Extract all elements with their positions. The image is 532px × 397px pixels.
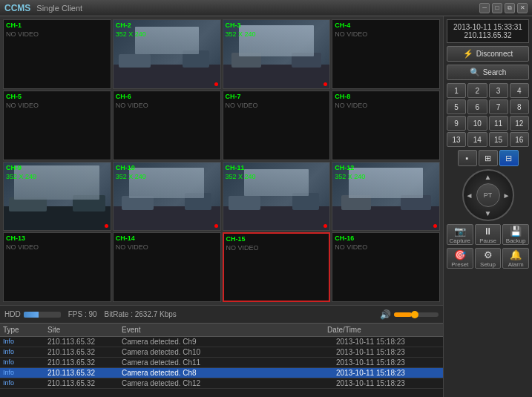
num-btn-13[interactable]: 13 <box>447 132 466 147</box>
layout-sixteen-button[interactable]: ⊟ <box>499 150 519 166</box>
camera-cell-16[interactable]: CH-16 NO VIDEO <box>332 232 440 302</box>
volume-control[interactable]: 🔊 <box>380 309 439 320</box>
recording-dot-2 <box>214 82 218 86</box>
pause-button[interactable]: ⏸ Pause <box>475 224 502 245</box>
num-btn-7[interactable]: 7 <box>489 99 508 114</box>
camera-cell-12[interactable]: CH-12 352 X 240 <box>332 162 440 232</box>
log-event-2: Camera detected. Ch11 <box>122 358 336 367</box>
log-site-4: 210.113.65.32 <box>47 379 122 387</box>
log-site-0: 210.113.65.32 <box>47 338 122 346</box>
search-button[interactable]: 🔍 Search <box>447 65 529 80</box>
num-btn-9[interactable]: 9 <box>447 116 466 131</box>
num-btn-8[interactable]: 8 <box>510 99 529 114</box>
fps-display: FPS : 90 <box>68 310 97 318</box>
num-btn-11[interactable]: 11 <box>489 116 508 131</box>
log-header: Type Site Event Date/Time <box>0 324 443 337</box>
disconnect-button[interactable]: ⚡ Disconnect <box>447 46 529 62</box>
ptz-down-button[interactable]: ▼ <box>485 209 492 217</box>
no-video-6: NO VIDEO <box>116 102 148 109</box>
num-btn-14[interactable]: 14 <box>467 132 487 147</box>
app-title: Single Client <box>36 4 82 13</box>
num-btn-10[interactable]: 10 <box>467 116 487 131</box>
backup-label: Backup <box>506 237 526 244</box>
num-btn-12[interactable]: 12 <box>510 116 529 131</box>
ptz-outer: ▲ ▼ ◄ ► PT <box>462 169 514 221</box>
channel-label-10: CH-10 <box>116 164 135 171</box>
main-layout: CH-1 NO VIDEO CH-2 352 X 240 <box>0 16 532 397</box>
search-label: Search <box>483 68 507 76</box>
num-btn-15[interactable]: 15 <box>489 132 508 147</box>
search-icon: 🔍 <box>470 68 480 77</box>
channel-label-4: CH-4 <box>335 22 350 29</box>
camera-cell-1[interactable]: CH-1 NO VIDEO <box>3 19 111 89</box>
ptz-right-button[interactable]: ► <box>503 191 510 200</box>
camera-cell-15[interactable]: CH-15 NO VIDEO <box>223 232 331 302</box>
ptz-ring: ▲ ▼ ◄ ► PT <box>462 169 514 221</box>
minimize-button[interactable]: ─ <box>479 3 490 13</box>
num-btn-5[interactable]: 5 <box>447 99 466 114</box>
ptz-up-button[interactable]: ▲ <box>485 173 492 181</box>
log-row-3[interactable]: Info210.113.65.32Camera detected. Ch8201… <box>0 368 443 378</box>
channel-label-3: CH-3 <box>226 22 241 29</box>
restore-button[interactable]: ⧉ <box>505 3 515 13</box>
log-datetime-2: 2013-10-11 15:18:23 <box>336 358 440 367</box>
log-type-2: Info <box>3 358 47 367</box>
camera-cell-13[interactable]: CH-13 NO VIDEO <box>3 232 111 302</box>
backup-button[interactable]: 💾 Backup <box>502 224 529 245</box>
log-site-1: 210.113.65.32 <box>47 348 122 356</box>
camera-cell-10[interactable]: CH-10 352 X 240 <box>113 162 221 232</box>
number-grid: 1 2 3 4 5 6 7 8 9 10 11 12 13 14 15 16 <box>447 83 529 147</box>
camera-cell-9[interactable]: CH-9 352 X 240 <box>3 162 111 232</box>
res-label-9: 352 X 240 <box>6 173 36 180</box>
camera-cell-2[interactable]: CH-2 352 X 240 <box>113 19 221 89</box>
num-btn-16[interactable]: 16 <box>510 132 529 147</box>
log-row-1[interactable]: Info210.113.65.32Camera detected. Ch1020… <box>0 347 443 358</box>
volume-thumb[interactable] <box>411 311 418 318</box>
num-btn-4[interactable]: 4 <box>510 83 529 98</box>
layout-quad-button[interactable]: ⊞ <box>479 150 498 166</box>
camera-cell-14[interactable]: CH-14 NO VIDEO <box>113 232 221 302</box>
log-datetime-0: 2013-10-11 15:18:23 <box>336 338 440 346</box>
setup-button[interactable]: ⚙ Setup <box>475 248 502 269</box>
no-video-15: NO VIDEO <box>226 244 259 252</box>
no-video-5: NO VIDEO <box>6 102 39 109</box>
alarm-button[interactable]: 🔔 Alarm <box>502 248 529 269</box>
ptz-left-button[interactable]: ◄ <box>466 191 473 200</box>
channel-label-5: CH-5 <box>6 93 22 100</box>
num-btn-6[interactable]: 6 <box>467 99 487 114</box>
datetime-date: 2013-10-11 15:33:31 <box>452 23 524 31</box>
layout-single-button[interactable]: ▪ <box>458 150 477 166</box>
camera-cell-11[interactable]: CH-11 352 X 240 <box>223 162 331 232</box>
num-btn-3[interactable]: 3 <box>489 83 508 98</box>
camera-cell-5[interactable]: CH-5 NO VIDEO <box>3 91 111 160</box>
num-btn-2[interactable]: 2 <box>467 83 487 98</box>
camera-cell-4[interactable]: CH-4 NO VIDEO <box>332 19 440 89</box>
log-row-0[interactable]: Info210.113.65.32Camera detected. Ch9201… <box>0 337 443 347</box>
no-video-8: NO VIDEO <box>335 102 367 109</box>
log-col-datetime: Date/Time <box>327 326 431 334</box>
close-button[interactable]: ✕ <box>517 3 528 13</box>
maximize-button[interactable]: □ <box>492 3 502 13</box>
volume-slider[interactable] <box>394 312 439 317</box>
log-row-2[interactable]: Info210.113.65.32Camera detected. Ch1120… <box>0 358 443 368</box>
no-video-16: NO VIDEO <box>335 243 367 251</box>
channel-label-9: CH-9 <box>6 164 22 171</box>
camera-cell-7[interactable]: CH-7 NO VIDEO <box>223 91 331 160</box>
log-row-4[interactable]: Info210.113.65.32Camera detected. Ch1220… <box>0 378 443 389</box>
camera-cell-6[interactable]: CH-6 NO VIDEO <box>113 91 221 160</box>
action-row-1: 📷 Capture ⏸ Pause 💾 Backup <box>447 224 529 245</box>
no-video-7: NO VIDEO <box>226 102 258 109</box>
camera-cell-8[interactable]: CH-8 NO VIDEO <box>332 91 440 160</box>
log-col-type: Type <box>3 326 47 334</box>
ptz-center-button[interactable]: PT <box>476 183 500 207</box>
recording-dot-10 <box>214 224 218 228</box>
no-video-4: NO VIDEO <box>335 30 367 38</box>
log-type-0: Info <box>3 338 47 346</box>
channel-label-2: CH-2 <box>116 22 131 29</box>
num-btn-1[interactable]: 1 <box>447 83 466 98</box>
preset-button[interactable]: 🎯 Preset <box>447 248 473 269</box>
hdd-label: HDD <box>4 310 21 318</box>
camera-cell-3[interactable]: CH-3 352 X 240 <box>223 19 331 89</box>
log-rows[interactable]: Info210.113.65.32Camera detected. Ch9201… <box>0 337 443 397</box>
capture-button[interactable]: 📷 Capture <box>447 224 473 245</box>
